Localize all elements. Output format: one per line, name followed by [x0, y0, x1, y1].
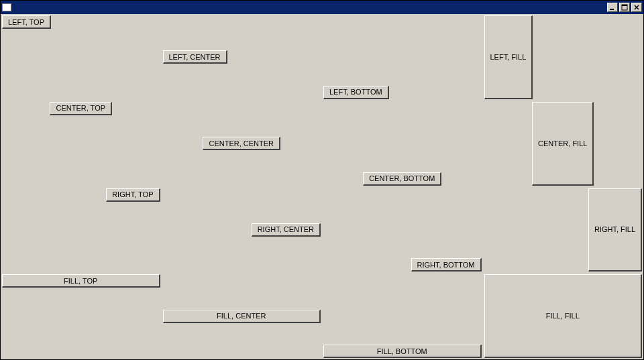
client-area: LEFT, TOP LEFT, CENTER LEFT, BOTTOM LEFT…: [1, 14, 643, 359]
button-right-center[interactable]: RIGHT, CENTER: [252, 223, 321, 237]
minimize-button[interactable]: [607, 3, 618, 12]
titlebar: [1, 1, 643, 14]
button-left-top[interactable]: LEFT, TOP: [2, 15, 51, 29]
cell-fill-fill: FILL, FILL: [483, 273, 644, 359]
cell-right-center: RIGHT, CENTER: [162, 187, 323, 274]
minimize-icon: [609, 4, 616, 11]
cell-right-fill: RIGHT, FILL: [483, 187, 644, 274]
button-right-top[interactable]: RIGHT, TOP: [106, 188, 160, 202]
titlebar-left: [2, 3, 14, 11]
button-right-fill[interactable]: RIGHT, FILL: [588, 188, 642, 272]
button-center-bottom[interactable]: CENTER, BOTTOM: [363, 172, 441, 186]
button-center-fill[interactable]: CENTER, FILL: [532, 102, 594, 186]
cell-center-top: CENTER, TOP: [1, 101, 162, 187]
button-right-bottom[interactable]: RIGHT, BOTTOM: [411, 258, 482, 272]
button-center-top[interactable]: CENTER, TOP: [50, 102, 112, 115]
close-button[interactable]: [631, 3, 642, 12]
button-left-fill[interactable]: LEFT, FILL: [484, 15, 533, 99]
maximize-button[interactable]: [619, 3, 630, 12]
window-controls: [606, 3, 642, 12]
button-center-center[interactable]: CENTER, CENTER: [203, 137, 280, 150]
button-fill-fill[interactable]: FILL, FILL: [484, 274, 643, 358]
button-left-center[interactable]: LEFT, CENTER: [163, 50, 227, 64]
cell-right-bottom: RIGHT, BOTTOM: [322, 187, 483, 274]
cell-left-center: LEFT, CENTER: [162, 14, 323, 101]
cell-left-top: LEFT, TOP: [1, 14, 162, 101]
cell-center-bottom: CENTER, BOTTOM: [322, 101, 483, 187]
app-icon: [2, 3, 11, 11]
layout-grid: LEFT, TOP LEFT, CENTER LEFT, BOTTOM LEFT…: [1, 14, 643, 359]
button-fill-center[interactable]: FILL, CENTER: [163, 310, 321, 323]
button-fill-bottom[interactable]: FILL, BOTTOM: [323, 345, 482, 358]
cell-fill-bottom: FILL, BOTTOM: [322, 273, 483, 359]
cell-left-bottom: LEFT, BOTTOM: [322, 14, 483, 101]
cell-fill-center: FILL, CENTER: [162, 273, 323, 359]
app-window: LEFT, TOP LEFT, CENTER LEFT, BOTTOM LEFT…: [0, 0, 644, 360]
cell-left-fill: LEFT, FILL: [483, 14, 644, 101]
button-left-bottom[interactable]: LEFT, BOTTOM: [323, 86, 389, 99]
close-icon: [633, 4, 640, 11]
cell-right-top: RIGHT, TOP: [1, 187, 162, 274]
cell-center-center: CENTER, CENTER: [162, 101, 323, 187]
maximize-icon: [621, 4, 628, 11]
cell-center-fill: CENTER, FILL: [483, 101, 644, 187]
cell-fill-top: FILL, TOP: [1, 273, 162, 359]
button-fill-top[interactable]: FILL, TOP: [2, 274, 160, 288]
